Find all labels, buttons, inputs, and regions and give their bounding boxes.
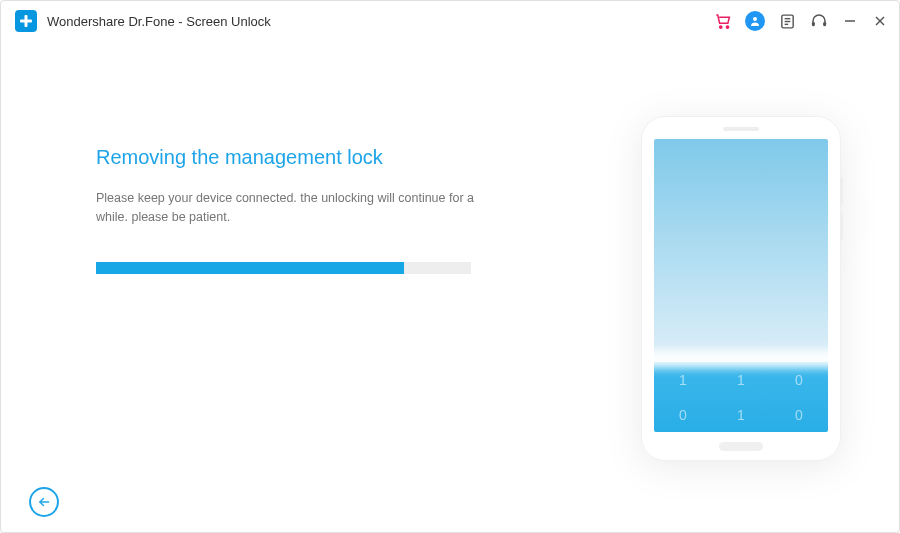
cart-icon[interactable] [713, 11, 733, 31]
progress-fill [96, 262, 404, 274]
minimize-button[interactable] [841, 12, 859, 30]
support-icon[interactable] [809, 11, 829, 31]
phone-keypad: 1 1 0 0 1 0 [654, 362, 828, 432]
main-content: Removing the management lock Please keep… [1, 41, 899, 472]
titlebar: Wondershare Dr.Fone - Screen Unlock [1, 1, 899, 41]
footer [1, 472, 899, 532]
svg-rect-9 [812, 22, 815, 27]
app-title: Wondershare Dr.Fone - Screen Unlock [47, 14, 271, 29]
svg-rect-1 [20, 20, 32, 23]
page-subtext: Please keep your device connected. the u… [96, 189, 496, 227]
titlebar-actions [713, 1, 889, 41]
app-window: Wondershare Dr.Fone - Screen Unlock [0, 0, 900, 533]
phone-illustration: 1 1 0 0 1 0 [641, 116, 841, 461]
svg-rect-10 [823, 22, 826, 27]
svg-point-2 [720, 26, 722, 28]
account-icon[interactable] [745, 11, 765, 31]
feedback-icon[interactable] [777, 11, 797, 31]
app-logo-icon [15, 10, 37, 32]
svg-point-4 [753, 17, 757, 21]
progress-bar [96, 262, 471, 274]
svg-point-3 [726, 26, 728, 28]
close-button[interactable] [871, 12, 889, 30]
back-button[interactable] [29, 487, 59, 517]
